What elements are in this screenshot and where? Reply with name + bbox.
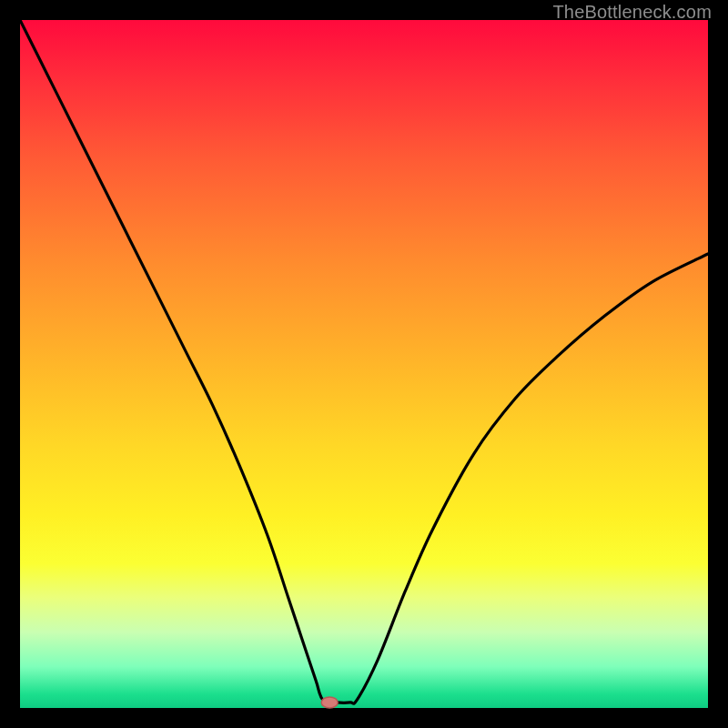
min-marker <box>321 697 338 708</box>
chart-frame: TheBottleneck.com <box>0 0 728 728</box>
bottleneck-curve <box>20 20 708 703</box>
plot-area <box>20 20 708 708</box>
chart-svg <box>20 20 708 708</box>
